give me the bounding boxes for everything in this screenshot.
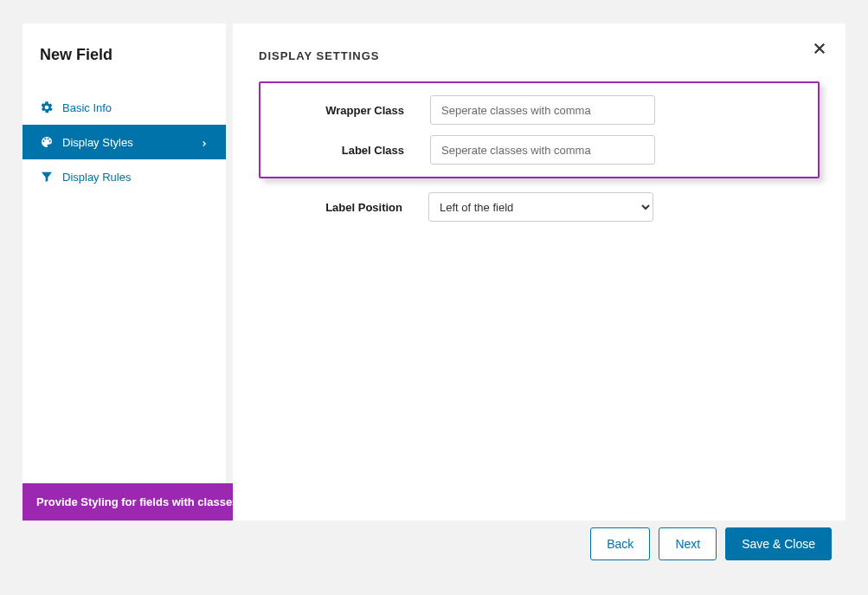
sidebar-item-label: Basic Info	[62, 101, 112, 114]
sidebar-nav: Basic Info Display Styles Display Rules	[23, 90, 226, 194]
sidebar-item-display-styles[interactable]: Display Styles	[23, 125, 226, 159]
footer: Back Next Save & Close	[23, 521, 845, 567]
filter-icon	[40, 170, 54, 184]
wrapper-class-row: Wrapper Class	[260, 95, 818, 125]
sidebar: New Field Basic Info Display Styles	[23, 23, 226, 521]
label-position-label: Label Position	[259, 201, 402, 214]
page-title: New Field	[23, 23, 226, 90]
save-close-button[interactable]: Save & Close	[725, 527, 832, 560]
sidebar-item-basic-info[interactable]: Basic Info	[23, 90, 226, 125]
sidebar-item-display-rules[interactable]: Display Rules	[23, 159, 226, 194]
label-position-select[interactable]: Left of the field	[428, 192, 653, 222]
back-button[interactable]: Back	[590, 527, 650, 560]
chevron-right-icon	[200, 138, 209, 146]
label-position-row: Label Position Left of the field	[259, 185, 820, 222]
next-button[interactable]: Next	[659, 527, 717, 560]
modal-body: New Field Basic Info Display Styles	[23, 23, 845, 521]
content-panel: DISPLAY SETTINGS Wrapper Class Label Cla…	[233, 23, 845, 521]
wrapper-class-label: Wrapper Class	[260, 104, 404, 117]
label-class-input[interactable]	[430, 135, 655, 165]
close-button[interactable]	[811, 41, 828, 58]
highlight-box: Wrapper Class Label Class	[259, 81, 820, 178]
sidebar-item-label: Display Rules	[62, 171, 131, 184]
close-icon	[812, 41, 827, 59]
palette-icon	[40, 135, 54, 149]
sidebar-item-label: Display Styles	[62, 136, 133, 149]
gear-icon	[40, 100, 54, 114]
label-class-label: Label Class	[260, 144, 404, 157]
label-class-row: Label Class	[260, 135, 818, 165]
modal: New Field Basic Info Display Styles	[23, 23, 845, 567]
wrapper-class-input[interactable]	[430, 95, 655, 125]
section-heading: DISPLAY SETTINGS	[259, 49, 820, 62]
